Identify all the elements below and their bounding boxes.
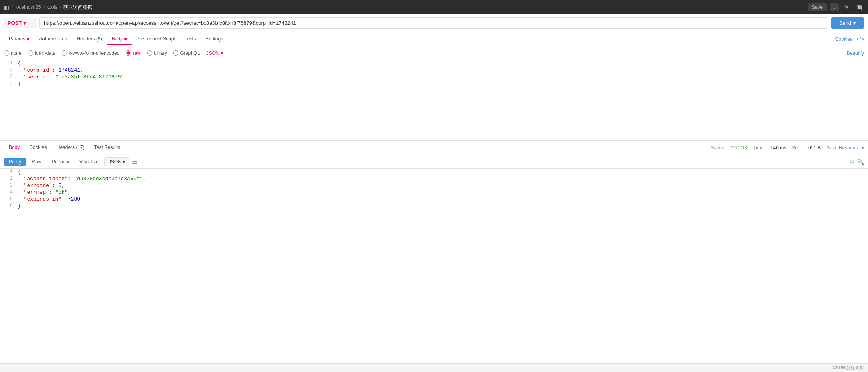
req-line-2: 2 "corp_id": 1748241, <box>0 67 868 74</box>
req-line-4: 4 } <box>0 80 868 87</box>
rv-tab-visualize[interactable]: Visualize <box>75 158 103 166</box>
main-layout: POST ▾ Send ▾ Params localhost:85 Author… <box>0 14 868 372</box>
status-value: 200 OK <box>731 145 748 151</box>
rv-tab-pretty[interactable]: Pretty <box>4 158 26 166</box>
tab-tests[interactable]: Tests <box>180 34 201 45</box>
bottom-bar: CSDN @徐同保 <box>0 363 868 372</box>
request-body-editor[interactable]: 1 { 2 "corp_id": 1748241, 3 "secret": "b… <box>0 60 868 140</box>
tab-params[interactable]: Params <box>4 34 34 45</box>
title-separator: / <box>12 4 13 10</box>
edit-icon[interactable]: ✎ <box>842 3 851 12</box>
send-arrow: ▾ <box>853 20 856 26</box>
rv-copy-actions: ⧉ 🔍 <box>850 158 864 165</box>
breadcrumb-sep1: / <box>43 4 45 10</box>
option-graphql[interactable]: GraphQL <box>173 50 200 56</box>
option-binary[interactable]: binary <box>147 50 167 56</box>
resp-line-3: 3 "errcode": 0, <box>0 182 868 189</box>
resp-tab-test-results[interactable]: Test Results <box>89 142 125 153</box>
bottom-label: CSDN @徐同保 <box>833 365 864 371</box>
req-line-1: 1 { <box>0 60 868 67</box>
size-label: Size: <box>792 145 803 151</box>
save-button[interactable]: Save <box>808 3 827 11</box>
search-icon[interactable]: 🔍 <box>857 159 864 165</box>
req-line-3: 3 "secret": "bc3a3bfc8fc4f8f76879" <box>0 74 868 80</box>
code-icon[interactable]: </> <box>856 36 864 42</box>
option-none[interactable]: none <box>4 50 22 56</box>
rv-json-select[interactable]: JSON ▾ <box>104 157 129 166</box>
beautify-button[interactable]: Beautify <box>847 50 864 56</box>
send-button[interactable]: Send ▾ <box>831 17 864 29</box>
tab-headers[interactable]: Headers (9) <box>72 34 107 45</box>
tab-settings[interactable]: Settings <box>201 34 228 45</box>
size-value: 651 B <box>808 145 821 151</box>
save-response-button[interactable]: Save Response ▾ <box>826 145 864 151</box>
option-urlencoded[interactable]: x-www-form-urlencoded <box>62 50 119 56</box>
send-label: Send <box>839 20 851 26</box>
tab-row-right: Cookies </> <box>835 36 864 42</box>
request-tab-row: Params localhost:85 Authorization Header… <box>0 32 868 46</box>
cookies-link[interactable]: Cookies <box>835 36 852 42</box>
method-select[interactable]: POST ▾ <box>4 18 36 28</box>
resp-line-2: 2 "access_token": "d9828de3cde3c7c3a69f"… <box>0 175 868 182</box>
url-input[interactable] <box>39 17 828 29</box>
resp-tab-cookies[interactable]: Cookies <box>24 142 51 153</box>
option-raw[interactable]: raw <box>126 50 140 56</box>
breadcrumb-sep2: / <box>60 4 61 10</box>
resp-tab-body[interactable]: Body <box>4 142 24 153</box>
rv-json-label: JSON <box>109 159 121 165</box>
breadcrumb-localhost[interactable]: localhost:85 <box>15 4 41 10</box>
response-section: Body Cookies Headers (17) Test Results S… <box>0 140 868 253</box>
rv-json-arrow: ▾ <box>123 159 125 165</box>
tab-body[interactable]: Body <box>107 34 132 45</box>
json-format-select[interactable]: JSON ▾ <box>206 50 223 56</box>
url-bar: POST ▾ Send ▾ <box>0 14 868 32</box>
title-bar-actions: Save ... ✎ ▣ <box>808 3 864 12</box>
response-tab-row: Body Cookies Headers (17) Test Results S… <box>0 141 868 155</box>
resp-line-4: 4 "errmsg": "ok", <box>0 189 868 196</box>
layout-icon[interactable]: ▣ <box>854 3 864 12</box>
rv-tab-preview[interactable]: Preview <box>47 158 74 166</box>
status-label: Status: <box>710 145 725 151</box>
body-dot <box>124 38 127 40</box>
app-icon: ◧ <box>4 4 9 10</box>
time-value: 140 ms <box>771 145 786 151</box>
json-format-arrow: ▾ <box>221 50 223 56</box>
breadcrumb-current: 获取访问凭据 <box>63 4 92 11</box>
rv-tab-raw[interactable]: Raw <box>27 158 46 166</box>
time-label: Time: <box>753 145 765 151</box>
response-code-area[interactable]: 1 { 2 "access_token": "d9828de3cde3c7c3a… <box>0 169 868 253</box>
copy-icon[interactable]: ⧉ <box>850 158 854 165</box>
resp-line-1: 1 { <box>0 169 868 175</box>
resp-line-5: 5 "expires_in": 7200 <box>0 196 868 203</box>
response-status-bar: Status: 200 OK Time: 140 ms Size: 651 B … <box>710 145 864 151</box>
params-dot <box>27 38 29 40</box>
rv-filter-icon[interactable]: ⚌ <box>132 158 137 165</box>
response-view-tabs: Pretty Raw Preview Visualize JSON ▾ ⚌ ⧉ … <box>0 155 868 169</box>
body-options-row: none form-data x-www-form-urlencoded raw… <box>0 46 868 60</box>
breadcrumb-tools[interactable]: tools <box>47 4 57 10</box>
more-button[interactable]: ... <box>830 3 839 11</box>
json-format-label: JSON <box>206 50 219 56</box>
tab-pre-request-script[interactable]: Pre-request Script <box>132 34 180 45</box>
method-label: POST <box>8 20 22 26</box>
resp-tab-headers[interactable]: Headers (17) <box>52 142 89 153</box>
tab-authorization[interactable]: localhost:85 Authorization <box>34 34 72 45</box>
option-form-data[interactable]: form-data <box>28 50 55 56</box>
title-bar: ◧ / localhost:85 / tools / 获取访问凭据 Save .… <box>0 0 868 14</box>
response-code-lines: 1 { 2 "access_token": "d9828de3cde3c7c3a… <box>0 169 868 209</box>
request-code-lines: 1 { 2 "corp_id": 1748241, 3 "secret": "b… <box>0 60 868 87</box>
method-arrow: ▾ <box>23 20 26 26</box>
resp-line-6: 6 } <box>0 203 868 209</box>
